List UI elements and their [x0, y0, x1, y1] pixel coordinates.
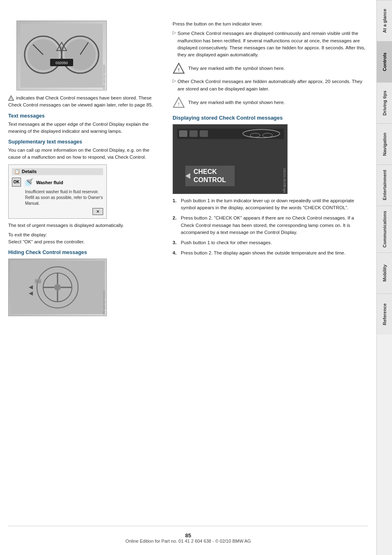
step-4: 4. Press button 2. The display again sho… — [173, 250, 368, 257]
svg-text:CONTROL: CONTROL — [194, 176, 226, 183]
svg-rect-33 — [200, 130, 208, 137]
warning-box-1: ! They are marked with the symbol shown … — [173, 61, 368, 76]
steps-list: 1. Push button 1 in the turn indicator l… — [173, 197, 368, 257]
text-messages-heading: Text messages — [8, 113, 160, 119]
footer: 85 Online Edition for Part no. 01 41 2 6… — [8, 526, 368, 547]
details-description: Insufficient washer fluid in fluid reser… — [25, 189, 103, 206]
sidebar-tab-mobility[interactable]: Mobility — [377, 252, 392, 294]
sidebar-tab-entertainment[interactable]: Entertainment — [377, 164, 392, 206]
urgent-text: The text of urgent messages is displayed… — [8, 222, 160, 229]
svg-text:!: ! — [61, 46, 62, 50]
bullet-item-1: ▷ Some Check Control messages are displa… — [173, 30, 368, 58]
edition-text: Online Edition for Part no. 01 41 2 604 … — [8, 539, 368, 543]
cluster-image: 032050 ! USC01-03-024.eps — [16, 21, 107, 90]
step-3: 3. Push button 1 to check for other mess… — [173, 239, 368, 246]
details-box: 📋 Details OK 🚿 Washer fluid Insuffi — [8, 164, 107, 219]
svg-rect-32 — [189, 130, 198, 137]
svg-text:1: 1 — [37, 280, 39, 283]
warning-note: ! indicates that Check Control messages … — [8, 95, 160, 109]
ok-button: OK — [12, 178, 21, 187]
exit-text: To exit the display: Select "OK" and pre… — [8, 231, 160, 246]
triangle-icon-1: ! — [173, 62, 185, 74]
bullet-arrow-2: ▷ — [173, 78, 176, 92]
svg-text:!: ! — [178, 102, 180, 106]
warning-text-1: They are marked with the symbol shown he… — [188, 65, 285, 72]
hiding-watermark: USC01-03-025.eps — [103, 290, 106, 315]
svg-rect-31 — [179, 130, 187, 137]
svg-text:032050: 032050 — [55, 61, 68, 65]
sidebar-tab-communications[interactable]: Communications — [377, 206, 392, 252]
watermark-left-top: USC01-03-024.eps — [103, 65, 106, 89]
intro-text: Press the button on the turn indicator l… — [173, 21, 368, 28]
bullet-arrow-1: ▷ — [173, 30, 176, 58]
displaying-heading: Displaying stored Check Control messages — [173, 115, 368, 121]
step-1: 1. Push button 1 in the turn indicator l… — [173, 197, 368, 212]
washer-label: Washer fluid — [36, 180, 63, 185]
sidebar-tab-at-a-glance[interactable]: At a glance — [377, 0, 392, 41]
sidebar-tab-driving-tips[interactable]: Driving tips — [377, 82, 392, 123]
svg-point-16 — [54, 284, 61, 291]
svg-text:!: ! — [178, 67, 180, 72]
svg-rect-34 — [239, 130, 284, 138]
supplementary-body: You can call up more information on the … — [8, 147, 160, 161]
supplementary-heading: Supplementary text messages — [8, 139, 160, 145]
check-image-watermark: USC01-03-035.eps — [283, 168, 286, 193]
svg-text:!: ! — [11, 97, 12, 100]
bullet-content-1: Some Check Control messages are displaye… — [178, 30, 368, 58]
sidebar: At a glance Controls Driving tips Naviga… — [376, 0, 392, 555]
text-messages-body: Text messages at the upper edge of the C… — [8, 121, 160, 135]
triangle-icon-2: ! — [173, 97, 185, 108]
warning-box-2: ! They are marked with the symbol shown … — [173, 95, 368, 110]
check-control-image: CHECK CONTROL USC01-03-035.eps — [173, 124, 288, 194]
page-number: 85 — [8, 532, 368, 539]
sidebar-tab-controls[interactable]: Controls — [377, 41, 392, 82]
washer-icon: 🚿 — [23, 178, 34, 187]
details-title: 📋 Details — [12, 168, 103, 175]
sidebar-tab-navigation[interactable]: Navigation — [377, 123, 392, 164]
sidebar-tab-reference[interactable]: Reference — [377, 294, 392, 335]
details-close-button[interactable]: ✕ — [92, 208, 103, 215]
hiding-image: 1 USC01-03-025.eps — [8, 259, 107, 316]
warning-text-2: They are marked with the symbol shown he… — [188, 99, 285, 106]
hiding-heading: Hiding Check Control messages — [8, 250, 160, 255]
bullet-content-2: Other Check Control messages are hidden … — [178, 78, 368, 92]
svg-text:CHECK: CHECK — [194, 168, 217, 175]
step-2: 2. Press button 2. "CHECK OK" appears if… — [173, 215, 368, 236]
bullet-item-2: ▷ Other Check Control messages are hidde… — [173, 78, 368, 92]
